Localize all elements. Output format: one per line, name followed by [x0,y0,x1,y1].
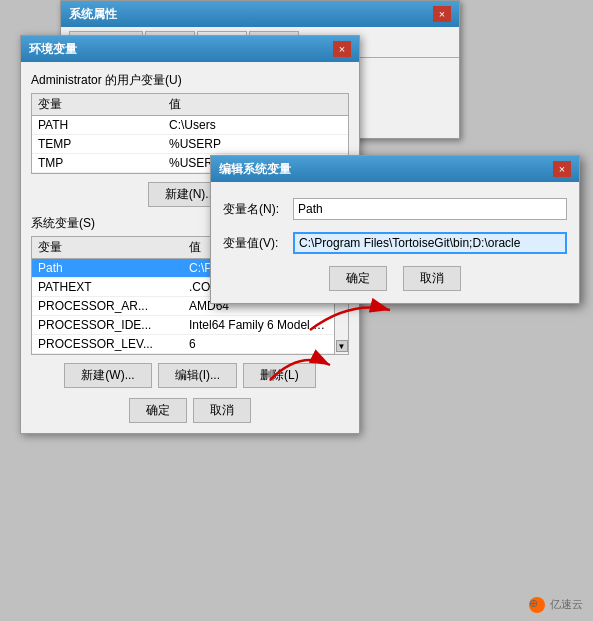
table-row[interactable]: PROCESSOR_IDE... Intel64 Family 6 Model … [32,316,334,335]
sys-var-pathext-name: PATHEXT [32,278,183,297]
watermark: ⊕ 亿速云 [529,597,583,613]
system-props-title: 系统属性 [69,6,117,23]
edit-dialog-titlebar: 编辑系统变量 × [211,156,579,182]
sys-var-path-name: Path [32,259,183,278]
sys-var-proc-lev-name: PROCESSOR_LEV... [32,335,183,354]
var-value-row: 变量值(V): [223,232,567,254]
table-row[interactable]: PROCESSOR_LEV... 6 [32,335,334,354]
watermark-icon: ⊕ [529,597,545,613]
system-props-close-button[interactable]: × [433,6,451,22]
system-props-titlebar: 系统属性 × [61,1,459,27]
edit-dialog-content: 变量名(N): 变量值(V): 确定 取消 [211,182,579,303]
sys-new-button[interactable]: 新建(W)... [64,363,151,388]
env-cancel-button[interactable]: 取消 [193,398,251,423]
table-row[interactable]: TEMP %USERP [32,135,348,154]
var-name-row: 变量名(N): [223,198,567,220]
user-var-temp-name: TEMP [32,135,163,154]
user-vars-col-var: 变量 [32,94,163,116]
var-name-label: 变量名(N): [223,201,293,218]
sys-edit-button[interactable]: 编辑(I)... [158,363,237,388]
table-row[interactable]: PATH C:\Users [32,116,348,135]
watermark-text: 亿速云 [550,598,583,610]
user-vars-label: Administrator 的用户变量(U) [31,72,349,89]
env-vars-title: 环境变量 [29,41,77,58]
var-value-label: 变量值(V): [223,235,293,252]
edit-dialog-title: 编辑系统变量 [219,161,291,178]
var-value-input[interactable] [293,232,567,254]
user-var-path-val: C:\Users [163,116,348,135]
sys-var-proc-id-name: PROCESSOR_IDE... [32,316,183,335]
edit-dialog-close-button[interactable]: × [553,161,571,177]
edit-system-var-dialog: 编辑系统变量 × 变量名(N): 变量值(V): 确定 取消 [210,155,580,304]
env-vars-titlebar: 环境变量 × [21,36,359,62]
sys-delete-button[interactable]: 删除(L) [243,363,316,388]
system-vars-buttons: 新建(W)... 编辑(I)... 删除(L) [31,363,349,388]
edit-cancel-button[interactable]: 取消 [403,266,461,291]
var-name-input[interactable] [293,198,567,220]
env-vars-bottom-buttons: 确定 取消 [31,398,349,423]
user-vars-col-val: 值 [163,94,348,116]
sys-var-proc-ar-name: PROCESSOR_AR... [32,297,183,316]
sys-vars-col-var: 变量 [32,237,183,259]
env-vars-close-button[interactable]: × [333,41,351,57]
edit-confirm-button[interactable]: 确定 [329,266,387,291]
user-var-tmp-name: TMP [32,154,163,173]
user-var-path-name: PATH [32,116,163,135]
edit-dialog-buttons: 确定 取消 [223,266,567,291]
user-var-temp-val: %USERP [163,135,348,154]
sys-var-proc-lev-val: 6 [183,335,334,354]
sys-var-proc-id-val: Intel64 Family 6 Model 158 Stepping 9, .… [183,316,334,335]
env-confirm-button[interactable]: 确定 [129,398,187,423]
